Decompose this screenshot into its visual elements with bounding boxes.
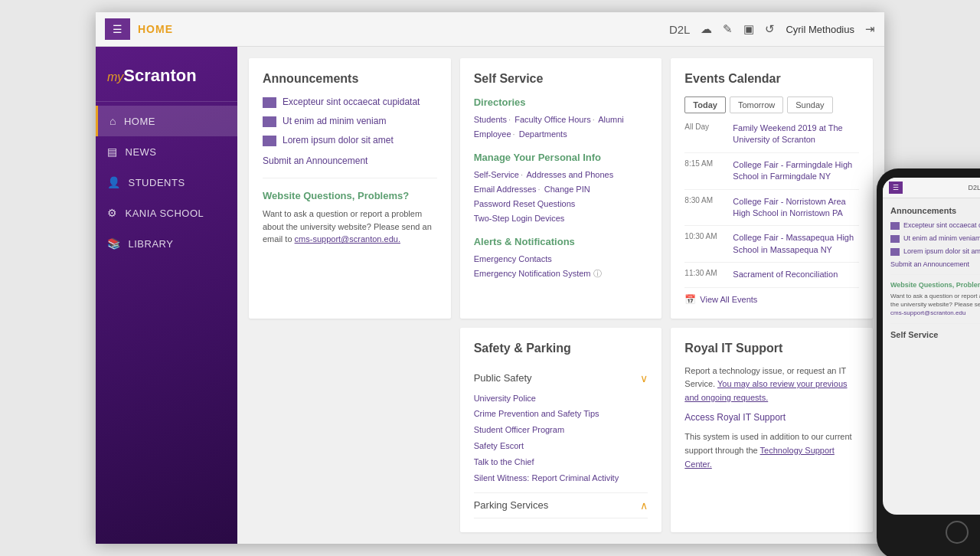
announcement-link-2[interactable]: Ut enim ad minim veniam [283, 116, 386, 126]
sidebar-item-label-news: NEWS [126, 146, 157, 158]
logo-my: my [107, 70, 123, 83]
tools-icon[interactable]: ✎ [723, 22, 733, 36]
phone-screen: ☰ D2L ☁ ✎ ▣ ↺ Announcements Excepteur si… [883, 178, 980, 515]
phone-ss-section: Self Service [890, 323, 980, 339]
main-layout: myScranton ⌂ HOME ▤ NEWS 👤 STUDENTS ⚙ KA… [96, 47, 884, 544]
sidebar-item-label-home: HOME [124, 116, 155, 127]
personal-info-links: Self-Service· Addresses and Phones Email… [474, 168, 648, 225]
logo: myScranton [107, 66, 226, 86]
phone-outer: ☰ D2L ☁ ✎ ▣ ↺ Announcements Excepteur si… [877, 168, 980, 556]
dir-alumni[interactable]: Alumni [598, 115, 624, 124]
phone-ann-icon-1 [890, 222, 900, 230]
table-row: All Day Family Weekend 2019 at The Unive… [684, 123, 859, 153]
public-safety-label: Public Safety [474, 372, 532, 384]
pi-twostep[interactable]: Two-Step Login Devices [474, 214, 565, 223]
self-service-card: Self Service Directories Students· Facul… [460, 58, 662, 319]
sidebar-item-news[interactable]: ▤ NEWS [96, 136, 237, 167]
phone-d2l: D2L [968, 184, 980, 191]
dir-students[interactable]: Students [474, 115, 507, 124]
alert-notification-system[interactable]: Emergency Notification System [474, 269, 591, 278]
event-desc-3[interactable]: College Fair - Massapequa High School in… [733, 232, 859, 256]
content-area: Announcements Excepteur sint occaecat cu… [237, 47, 884, 544]
alerts-title: Alerts & Notifications [474, 236, 648, 247]
dir-faculty[interactable]: Faculty Office Hours [514, 115, 590, 124]
refresh-icon[interactable]: ↺ [765, 22, 775, 36]
access-royal-it-link[interactable]: Access Royal IT Support [684, 412, 859, 423]
accordion-up-icon: ∧ [640, 499, 648, 512]
phone-content: Announcements Excepteur sint occaecat cu… [883, 198, 980, 348]
table-row: 11:30 AM Sacrament of Reconciliation [684, 269, 859, 287]
event-time-1: 8:15 AM [684, 159, 727, 183]
parking-accordion: Parking Services ∧ [474, 493, 648, 518]
phone-wq-title: Website Questions, Problems? [890, 281, 980, 289]
list-item: Lorem ipsum dolor sit amet [263, 135, 437, 146]
sidebar-item-kania[interactable]: ⚙ KANIA SCHOOL [96, 198, 237, 228]
personal-info-title: Manage Your Personal Info [474, 152, 648, 163]
sidebar-item-library[interactable]: 📚 LIBRARY [96, 228, 237, 259]
cms-email-link[interactable]: cms-support@scranton.edu. [295, 234, 400, 244]
ps-university-police[interactable]: University Police [474, 391, 648, 407]
public-safety-header[interactable]: Public Safety ∨ [474, 366, 648, 391]
alert-emergency-contacts[interactable]: Emergency Contacts [474, 254, 552, 263]
phone-wq-section: Website Questions, Problems? Want to ask… [890, 274, 980, 318]
tab-sunday[interactable]: Sunday [787, 96, 832, 113]
logo-area: myScranton [96, 54, 237, 102]
ps-student-officer[interactable]: Student Officer Program [474, 422, 648, 438]
announcement-link-3[interactable]: Lorem ipsum dolor sit amet [283, 135, 394, 146]
d2l-icon[interactable]: D2L [669, 23, 691, 36]
event-time-4: 11:30 AM [684, 269, 727, 280]
announcement-link-1[interactable]: Excepteur sint occaecat cupidatat [283, 96, 420, 107]
page-title: HOME [138, 23, 173, 35]
parking-label: Parking Services [474, 499, 549, 511]
phone-ann-icon-2 [890, 235, 900, 243]
office-icon[interactable]: ▣ [743, 22, 754, 36]
ps-silent-witness[interactable]: Silent Witness: Report Criminal Activity [474, 470, 648, 486]
announcement-icon-3 [263, 136, 276, 146]
cloud-icon[interactable]: ☁ [701, 22, 712, 36]
sidebar-item-students[interactable]: 👤 STUDENTS [96, 167, 237, 198]
dir-employee[interactable]: Employee [474, 129, 511, 139]
phone-wq-email: cms-support@scranton.edu [890, 309, 965, 316]
phone-icons: D2L ☁ ✎ ▣ ↺ [968, 184, 980, 191]
ps-safety-escort[interactable]: Safety Escort [474, 438, 648, 454]
pi-addresses[interactable]: Addresses and Phones [526, 170, 613, 179]
phone-wq-text: Want to ask a question or report a probl… [890, 292, 980, 318]
accordion-down-icon: ∨ [640, 372, 648, 384]
event-desc-2[interactable]: College Fair - Norristown Area High Scho… [733, 196, 859, 220]
alerts-links: Emergency Contacts Emergency Notificatio… [474, 252, 648, 280]
event-desc-4[interactable]: Sacrament of Reconciliation [733, 269, 838, 280]
website-questions-title: Website Questions, Problems? [263, 190, 437, 201]
pi-email[interactable]: Email Addresses [474, 185, 537, 194]
library-icon: 📚 [107, 237, 121, 250]
logout-icon[interactable]: ⇥ [865, 22, 875, 36]
username: Cyril Methodius [786, 24, 854, 35]
phone-home-button [946, 521, 969, 544]
event-time-3: 10:30 AM [684, 232, 727, 256]
sidebar-item-label-students: STUDENTS [129, 177, 185, 188]
sidebar-item-home[interactable]: ⌂ HOME [96, 106, 237, 136]
submit-announcement-link[interactable]: Submit an Announcement [263, 155, 437, 166]
directories-title: Directories [474, 96, 648, 108]
phone-ann-icon-3 [890, 248, 900, 256]
event-desc-0[interactable]: Family Weekend 2019 at The University of… [733, 123, 859, 146]
menu-button[interactable]: ☰ [105, 18, 130, 40]
dir-departments[interactable]: Departments [519, 129, 567, 139]
view-all-events-link[interactable]: 📅 View All Events [684, 294, 859, 305]
pi-self-service[interactable]: Self-Service [474, 170, 519, 179]
pi-pin[interactable]: Change PIN [544, 185, 590, 194]
event-desc-1[interactable]: College Fair - Farmingdale High School i… [733, 159, 859, 183]
parking-header[interactable]: Parking Services ∧ [474, 493, 648, 518]
students-icon: 👤 [107, 176, 121, 188]
phone-ann-text-1: Excepteur sint occaecat cupidatat [903, 221, 980, 230]
events-tabs: Today Tomorrow Sunday [684, 96, 859, 113]
table-row: 10:30 AM College Fair - Massapequa High … [684, 232, 859, 263]
tab-tomorrow[interactable]: Tomorrow [730, 96, 783, 113]
tab-today[interactable]: Today [684, 96, 726, 113]
calendar-icon: 📅 [684, 294, 696, 305]
kania-icon: ⚙ [107, 207, 118, 219]
royal-it-card: Royal IT Support Report a technology iss… [671, 328, 873, 532]
ps-talk-chief[interactable]: Talk to the Chief [474, 454, 648, 470]
pi-password[interactable]: Password Reset Questions [474, 199, 576, 208]
ps-crime-prevention[interactable]: Crime Prevention and Safety Tips [474, 406, 648, 422]
list-item: Ut enim ad minim veniam [263, 116, 437, 127]
